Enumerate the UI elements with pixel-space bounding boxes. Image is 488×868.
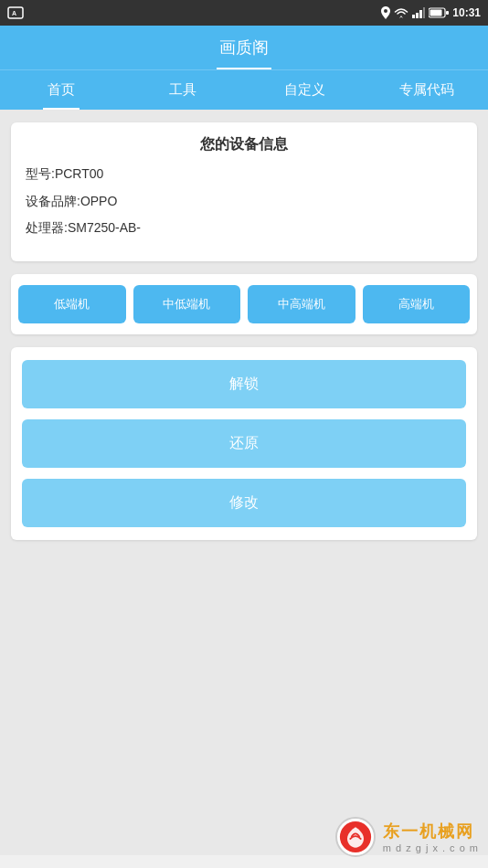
device-model: 型号:PCRT00 bbox=[26, 165, 462, 184]
status-left: A bbox=[7, 6, 24, 19]
wifi-icon bbox=[394, 7, 408, 18]
device-card-title: 您的设备信息 bbox=[26, 135, 462, 154]
svg-rect-6 bbox=[423, 7, 425, 18]
action-section: 解锁 还原 修改 bbox=[11, 347, 477, 540]
status-bar: A 10:31 bbox=[0, 0, 488, 26]
device-brand: 设备品牌:OPPO bbox=[26, 193, 462, 211]
device-info-card: 您的设备信息 型号:PCRT00 设备品牌:OPPO 处理器:SM7250-AB… bbox=[11, 122, 477, 261]
svg-point-2 bbox=[384, 9, 387, 13]
footer-brand: 东一机械网 m d z g j x . c o m bbox=[383, 820, 479, 853]
restore-button[interactable]: 还原 bbox=[22, 419, 466, 468]
clock-time: 10:31 bbox=[452, 6, 481, 19]
svg-text:A: A bbox=[12, 10, 16, 16]
unlock-button[interactable]: 解锁 bbox=[22, 360, 466, 408]
main-content: 您的设备信息 型号:PCRT00 设备品牌:OPPO 处理器:SM7250-AB… bbox=[0, 110, 488, 855]
app-icon: A bbox=[7, 6, 24, 19]
tab-exclusive-code[interactable]: 专属代码 bbox=[366, 70, 489, 110]
svg-rect-5 bbox=[419, 10, 422, 18]
svg-rect-9 bbox=[446, 11, 449, 15]
tab-bar: 首页 工具 自定义 专属代码 bbox=[0, 69, 488, 110]
footer-brand-url: m d z g j x . c o m bbox=[383, 842, 479, 853]
tier-btn-low[interactable]: 低端机 bbox=[18, 285, 126, 323]
status-right: 10:31 bbox=[381, 6, 481, 19]
svg-rect-8 bbox=[430, 10, 442, 16]
tier-btn-mid-high[interactable]: 中高端机 bbox=[248, 285, 355, 323]
signal-icon bbox=[412, 7, 425, 18]
tab-tools[interactable]: 工具 bbox=[122, 70, 245, 110]
location-icon bbox=[381, 6, 390, 19]
tier-btn-mid-low[interactable]: 中低端机 bbox=[133, 285, 241, 323]
modify-button[interactable]: 修改 bbox=[22, 479, 466, 527]
footer-watermark: 东一机械网 m d z g j x . c o m bbox=[335, 817, 479, 857]
device-processor: 处理器:SM7250-AB- bbox=[26, 219, 462, 238]
svg-rect-3 bbox=[412, 15, 415, 18]
footer-logo-svg bbox=[339, 820, 372, 853]
footer-brand-name: 东一机械网 bbox=[383, 820, 474, 842]
tab-custom[interactable]: 自定义 bbox=[244, 70, 366, 110]
tier-btn-high[interactable]: 高端机 bbox=[363, 285, 471, 323]
app-bar: 画质阁 首页 工具 自定义 专属代码 bbox=[0, 26, 488, 110]
tier-buttons-container: 低端机 中低端机 中高端机 高端机 bbox=[11, 274, 477, 334]
tab-home[interactable]: 首页 bbox=[0, 70, 122, 110]
footer-logo bbox=[335, 817, 376, 857]
app-title: 画质阁 bbox=[0, 37, 488, 68]
svg-rect-4 bbox=[416, 13, 419, 18]
battery-icon bbox=[429, 7, 449, 18]
